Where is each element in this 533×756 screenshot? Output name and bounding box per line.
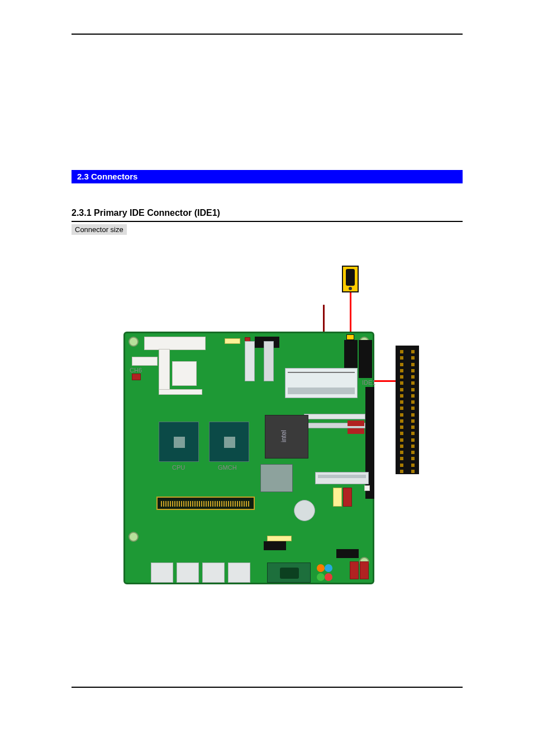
gmch-chip bbox=[209, 422, 249, 462]
intel-chip: intel bbox=[265, 415, 308, 459]
pcb-board: CH6 IDE1 bbox=[123, 332, 374, 584]
pin-header bbox=[336, 549, 359, 558]
ide-pin bbox=[400, 470, 403, 473]
sodimm-slot bbox=[156, 497, 255, 510]
cf-card-slot bbox=[285, 368, 358, 398]
ide-pin bbox=[400, 381, 403, 385]
white-connector bbox=[132, 357, 158, 366]
io-port bbox=[202, 563, 225, 583]
ide-pin bbox=[400, 394, 403, 398]
ide-pin bbox=[411, 413, 415, 417]
ide-pin bbox=[411, 388, 415, 391]
ide-pin bbox=[400, 369, 403, 372]
ide-pin bbox=[411, 394, 415, 398]
jp2-jumper bbox=[346, 334, 354, 340]
cpu-chip bbox=[159, 422, 199, 462]
ide-pin bbox=[411, 400, 415, 404]
ide1-label: IDE1 bbox=[362, 379, 375, 386]
ide-pin bbox=[400, 407, 403, 410]
ide-pin bbox=[400, 426, 403, 429]
white-connector bbox=[159, 389, 202, 395]
ide-pin bbox=[411, 363, 415, 366]
subsection-underline bbox=[72, 221, 463, 222]
qfp-chip bbox=[260, 464, 293, 492]
white-connector bbox=[172, 361, 197, 386]
ide-pin bbox=[400, 356, 403, 360]
slim-slot bbox=[304, 414, 365, 419]
mounting-hole bbox=[129, 532, 139, 542]
ide-pin bbox=[411, 419, 415, 423]
ch6-label: CH6 bbox=[130, 367, 142, 374]
bottom-horizontal-rule bbox=[72, 687, 463, 688]
red-pin-header bbox=[350, 561, 359, 579]
pcb-figure: CH6 IDE1 bbox=[123, 332, 374, 584]
vga-port bbox=[267, 563, 311, 583]
sata-port bbox=[348, 420, 364, 426]
audio-jack bbox=[317, 564, 325, 572]
ide-pin bbox=[411, 407, 415, 410]
ide-pin bbox=[400, 350, 403, 353]
ide-pin bbox=[411, 445, 415, 448]
ide-connector-detail bbox=[396, 346, 419, 474]
ide-pin bbox=[400, 375, 403, 379]
zif-connector bbox=[264, 341, 274, 381]
io-port bbox=[151, 563, 173, 583]
ide-pin bbox=[411, 432, 415, 435]
mini-pcie-slot bbox=[315, 472, 369, 484]
red-header bbox=[132, 374, 141, 380]
ide-pin bbox=[400, 388, 403, 391]
red-pin-header bbox=[360, 561, 369, 579]
ide-pin bbox=[411, 381, 415, 385]
pin-header bbox=[359, 340, 372, 378]
ide-pin bbox=[411, 375, 415, 379]
ide-pin bbox=[400, 419, 403, 423]
intel-text: intel bbox=[280, 430, 288, 442]
coin-cell-battery bbox=[294, 500, 315, 521]
ide-pin bbox=[400, 445, 403, 448]
sata-port bbox=[348, 428, 364, 434]
cpu-label: CPU bbox=[172, 464, 185, 471]
section-header-text: 2.3 Connectors bbox=[77, 172, 137, 181]
subsection-title: 2.3.1 Primary IDE Connector (IDE1) bbox=[72, 208, 463, 218]
jumper-detail-figure bbox=[342, 266, 359, 292]
red-pin-header bbox=[343, 488, 352, 507]
ide-pin bbox=[400, 438, 403, 442]
ide-pin bbox=[411, 470, 415, 473]
audio-jack-stack bbox=[316, 563, 332, 583]
white-connector bbox=[159, 349, 170, 391]
ide-pin bbox=[411, 369, 415, 372]
ide-pin bbox=[411, 457, 415, 460]
ide-pin bbox=[400, 363, 403, 366]
ide-pin bbox=[400, 464, 403, 467]
io-port bbox=[228, 563, 250, 583]
mounting-hole bbox=[129, 337, 139, 347]
ide-pin bbox=[411, 350, 415, 353]
front-panel-header bbox=[264, 541, 286, 550]
jumper-shunt bbox=[346, 269, 355, 286]
gmch-label: GMCH bbox=[218, 464, 237, 471]
ide-pin bbox=[400, 457, 403, 460]
ide-pin bbox=[411, 451, 415, 454]
zif-connector bbox=[245, 341, 255, 381]
section-header-bar: 2.3 Connectors bbox=[72, 170, 463, 183]
ide-pin bbox=[400, 432, 403, 435]
atx-power-header bbox=[144, 337, 206, 350]
ide-pin bbox=[400, 451, 403, 454]
standoff bbox=[364, 485, 370, 491]
ide-pin bbox=[400, 413, 403, 417]
audio-jack bbox=[325, 564, 332, 572]
yellow-pin-header bbox=[333, 488, 342, 507]
audio-jack bbox=[317, 573, 325, 581]
connector-size-label: Connector size bbox=[72, 224, 127, 235]
ide-pin bbox=[411, 356, 415, 360]
yellow-header bbox=[267, 536, 292, 541]
yellow-header bbox=[225, 338, 240, 344]
ide-pin bbox=[411, 426, 415, 429]
jumper-pin-dot bbox=[349, 287, 352, 290]
audio-jack bbox=[325, 573, 332, 581]
ide-pin bbox=[411, 438, 415, 442]
top-horizontal-rule bbox=[72, 34, 463, 35]
io-port bbox=[177, 563, 199, 583]
ide-pin bbox=[411, 464, 415, 467]
ide-pin bbox=[400, 400, 403, 404]
